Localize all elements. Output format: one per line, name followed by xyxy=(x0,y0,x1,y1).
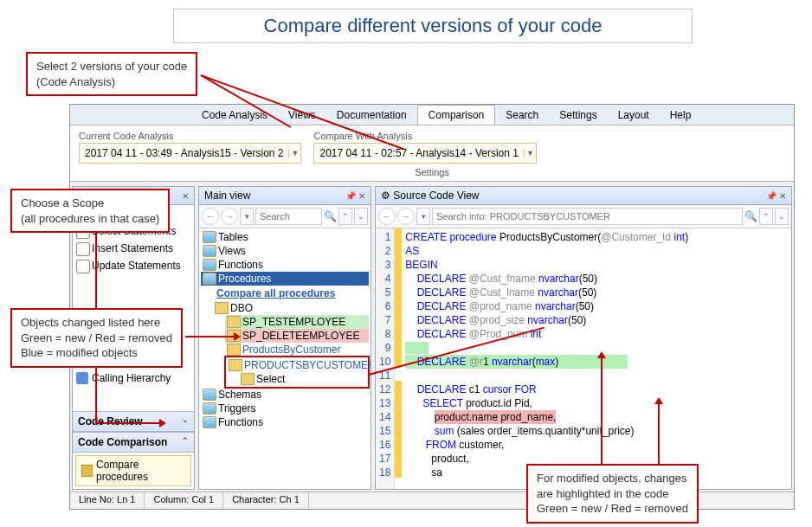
tree-toolbar: ← → ▾ 🔍 ⌃ ⌄ xyxy=(199,205,371,228)
callout-line: Green = new / Red = removed xyxy=(537,501,688,517)
button-label: Compare procedures xyxy=(96,459,185,483)
menu-layout[interactable]: Layout xyxy=(608,106,660,125)
chevron-down-icon[interactable]: ▼ xyxy=(288,149,300,157)
sidebar-item-update[interactable]: Update Statements xyxy=(73,257,194,274)
close-icon[interactable]: ✕ xyxy=(779,191,786,201)
code-area[interactable]: 123456789101112131415161718 CREATE proce… xyxy=(376,228,791,489)
chevron-down-icon: ⌄ xyxy=(182,415,189,427)
forward-icon[interactable]: → xyxy=(221,208,238,225)
tree-tables[interactable]: Tables xyxy=(201,230,369,244)
page-title: Compare different versions of your code xyxy=(173,9,693,43)
dropdown-value: 2017 04 11 - 03:49 - Analysis15 - Versio… xyxy=(80,147,288,159)
collapse-up-icon[interactable]: ⌃ xyxy=(759,208,773,225)
search-icon[interactable]: 🔍 xyxy=(744,210,757,222)
callout-line: Select 2 versions of your code xyxy=(36,59,187,74)
ribbon: Current Code Analysis 2017 04 11 - 03:49… xyxy=(70,125,794,182)
tree-views[interactable]: Views xyxy=(201,244,369,258)
status-char: Character: Ch 1 xyxy=(223,492,309,509)
menu-comparison[interactable]: Comparison xyxy=(417,105,496,125)
menu-help[interactable]: Help xyxy=(660,106,702,125)
close-icon[interactable]: ✕ xyxy=(358,191,365,201)
tree-compare-header[interactable]: Compare all procedures xyxy=(213,286,369,301)
pin-icon[interactable]: 📌 xyxy=(766,191,777,201)
tree-functions[interactable]: Functions xyxy=(201,258,369,272)
tree-functions2[interactable]: Functions xyxy=(201,415,369,429)
menu-bar: Code Analysis Views Documentation Compar… xyxy=(70,105,794,125)
expand-down-icon[interactable]: ⌄ xyxy=(775,208,789,225)
back-icon[interactable]: ← xyxy=(378,208,396,225)
back-icon[interactable]: ← xyxy=(202,208,219,225)
callout-line: (Code Analysis) xyxy=(36,74,187,90)
menu-views[interactable]: Views xyxy=(278,106,326,125)
dropdown-value: 2017 04 11 - 02:57 - Analysis14 - Versio… xyxy=(314,147,523,159)
ribbon-label-current: Current Code Analysis xyxy=(79,131,301,141)
tree-schemas[interactable]: Schemas xyxy=(201,388,369,402)
accordion-label: Code Review xyxy=(78,415,143,427)
accordion-label: Code Comparison xyxy=(78,436,167,448)
tree-proc-new[interactable]: SP_TESTEMPLOYEE xyxy=(225,315,369,329)
compare-procedures-button[interactable]: Compare procedures xyxy=(75,455,191,486)
gear-icon: ⚙ xyxy=(381,190,390,202)
tree-triggers[interactable]: Triggers xyxy=(201,402,369,415)
chevron-down-icon[interactable]: ▾ xyxy=(240,208,254,225)
status-line: Line No: Ln 1 xyxy=(70,492,145,509)
accordion-code-comparison[interactable]: Code Comparison ⌃ xyxy=(73,432,194,453)
source-title: ⚙ Source Code View 📌 ✕ xyxy=(376,187,791,205)
menu-settings[interactable]: Settings xyxy=(549,106,607,125)
chevron-down-icon[interactable]: ▼ xyxy=(524,149,536,157)
dropdown-current-analysis[interactable]: 2017 04 11 - 03:49 - Analysis15 - Versio… xyxy=(79,143,301,164)
tree-proc-child-select[interactable]: Select xyxy=(239,372,367,386)
tree-dbo[interactable]: DBO xyxy=(213,301,369,315)
pin-icon[interactable]: 📌 xyxy=(345,191,356,201)
app-window: Code Analysis Views Documentation Compar… xyxy=(69,104,795,510)
collapse-up-icon[interactable]: ⌃ xyxy=(338,208,352,225)
callout-choose-scope: Choose a Scope (all procedures in that c… xyxy=(10,189,170,233)
chevron-down-icon[interactable]: ▾ xyxy=(416,208,430,225)
pane-title-label: Source Code View xyxy=(393,190,479,202)
main-view-title: Main view 📌 ✕ xyxy=(199,187,371,205)
ribbon-footer: Settings xyxy=(75,165,789,181)
code-text[interactable]: CREATE procedure ProductsByCustomer(@Cus… xyxy=(402,228,791,489)
tree-proc-deleted[interactable]: SP_DELETEEMPLOYEE xyxy=(225,329,369,343)
callout-line: Objects changed listed here xyxy=(21,315,172,331)
tree-proc-modified[interactable]: ProductsByCustomer xyxy=(225,343,369,357)
callout-select-versions: Select 2 versions of your code (Code Ana… xyxy=(26,52,197,96)
menu-search[interactable]: Search xyxy=(495,106,549,125)
source-code-pane: ⚙ Source Code View 📌 ✕ ← → ▾ 🔍 ⌃ ⌄ 12345… xyxy=(375,186,792,490)
sidebar-item-hierarchy[interactable]: Calling Hierarchy xyxy=(73,370,194,387)
callout-line: Choose a Scope xyxy=(21,196,159,211)
menu-code-analysis[interactable]: Code Analysis xyxy=(191,106,278,125)
main-view-pane: Main view 📌 ✕ ← → ▾ 🔍 ⌃ ⌄ Tables Views F… xyxy=(198,186,371,490)
object-tree[interactable]: Tables Views Functions Procedures Compar… xyxy=(199,228,371,489)
pane-title-label: Main view xyxy=(204,190,250,202)
source-toolbar: ← → ▾ 🔍 ⌃ ⌄ xyxy=(376,205,791,228)
line-gutter: 123456789101112131415161718 xyxy=(376,228,395,489)
callout-objects-changed: Objects changed listed here Green = new … xyxy=(10,308,183,368)
forward-icon[interactable]: → xyxy=(397,208,415,225)
callout-line: Blue = modified objects xyxy=(21,345,172,361)
chevron-up-icon: ⌃ xyxy=(182,436,189,448)
tree-procedures[interactable]: Procedures xyxy=(201,272,369,286)
callout-diff-highlight: For modified objects, changes are highli… xyxy=(526,464,699,524)
source-search-input[interactable] xyxy=(432,208,743,225)
change-marks xyxy=(395,228,402,489)
tree-search-input[interactable] xyxy=(255,208,322,225)
dropdown-compare-analysis[interactable]: 2017 04 11 - 02:57 - Analysis14 - Versio… xyxy=(313,143,536,164)
callout-line: (all procedures in that case) xyxy=(21,211,159,227)
callout-line: are highlighted in the code xyxy=(537,486,688,502)
callout-line: Green = new / Red = removed xyxy=(21,331,172,346)
expand-down-icon[interactable]: ⌄ xyxy=(354,208,368,225)
tree-proc-selected[interactable]: PRODUCTSBYCUSTOMER xyxy=(227,358,367,372)
ribbon-label-compare: Compare With Analysis xyxy=(313,131,536,141)
close-icon[interactable]: ✕ xyxy=(182,191,189,201)
compare-icon xyxy=(81,465,93,477)
callout-line: For modified objects, changes xyxy=(537,471,688,486)
status-col: Column: Col 1 xyxy=(145,492,223,509)
menu-documentation[interactable]: Documentation xyxy=(326,106,417,125)
sidebar-item-insert[interactable]: Insert Statements xyxy=(73,240,194,257)
accordion-code-review[interactable]: Code Review ⌄ xyxy=(73,411,194,432)
search-icon[interactable]: 🔍 xyxy=(324,210,337,222)
